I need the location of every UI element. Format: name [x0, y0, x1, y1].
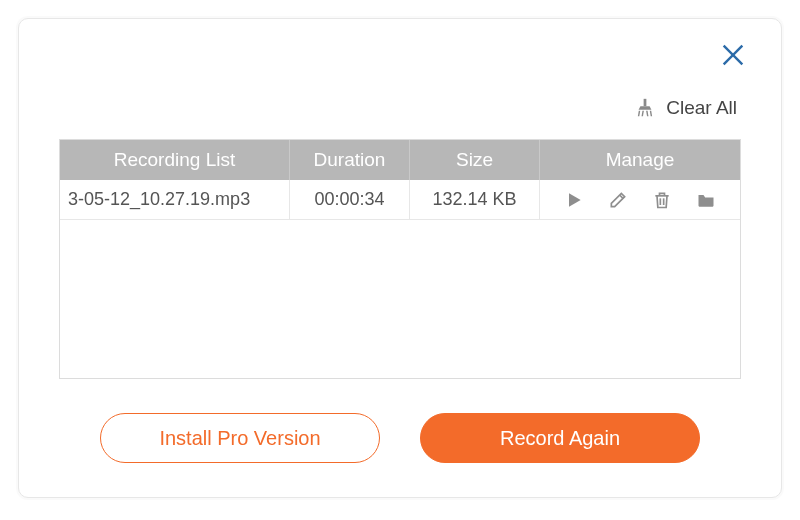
header-size: Size	[410, 140, 540, 180]
svg-rect-2	[644, 99, 647, 106]
open-folder-button[interactable]	[695, 189, 717, 211]
svg-line-6	[651, 111, 652, 117]
close-button[interactable]	[719, 41, 747, 69]
header-duration: Duration	[290, 140, 410, 180]
play-icon	[564, 190, 584, 210]
footer-actions: Install Pro Version Record Again	[19, 413, 781, 463]
cell-manage	[540, 180, 740, 219]
dialog-card: Clear All Recording List Duration Size M…	[18, 18, 782, 498]
table-header: Recording List Duration Size Manage	[60, 140, 740, 180]
svg-line-4	[643, 111, 644, 117]
install-pro-button[interactable]: Install Pro Version	[100, 413, 380, 463]
play-button[interactable]	[563, 189, 585, 211]
broom-icon	[634, 97, 656, 119]
recordings-table: Recording List Duration Size Manage 3-05…	[59, 139, 741, 379]
delete-button[interactable]	[651, 189, 673, 211]
svg-line-5	[647, 111, 648, 117]
close-icon	[719, 41, 747, 69]
clear-all-label: Clear All	[666, 97, 737, 119]
cell-name: 3-05-12_10.27.19.mp3	[60, 180, 290, 219]
folder-icon	[695, 190, 717, 210]
edit-button[interactable]	[607, 189, 629, 211]
edit-icon	[608, 190, 628, 210]
trash-icon	[652, 190, 672, 210]
svg-line-3	[639, 111, 640, 117]
cell-duration: 00:00:34	[290, 180, 410, 219]
svg-marker-7	[569, 193, 581, 206]
header-name: Recording List	[60, 140, 290, 180]
clear-all-button[interactable]: Clear All	[634, 97, 737, 119]
header-manage: Manage	[540, 140, 740, 180]
install-pro-label: Install Pro Version	[159, 427, 320, 450]
cell-size: 132.14 KB	[410, 180, 540, 219]
table-row: 3-05-12_10.27.19.mp3 00:00:34 132.14 KB	[60, 180, 740, 220]
record-again-label: Record Again	[500, 427, 620, 450]
record-again-button[interactable]: Record Again	[420, 413, 700, 463]
